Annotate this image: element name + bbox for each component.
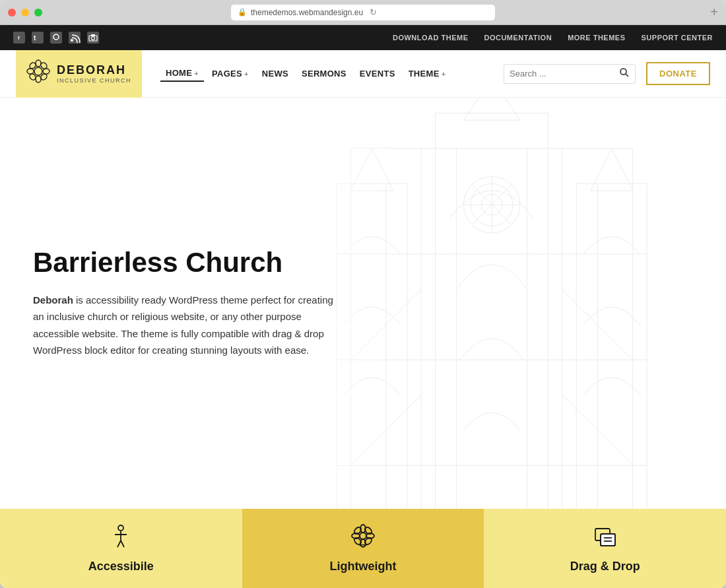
url-text: themedemos.webmandesign.eu xyxy=(251,8,363,17)
search-icon[interactable] xyxy=(619,67,630,81)
maximize-button[interactable] xyxy=(34,9,42,16)
nav-home-plus: + xyxy=(194,69,199,77)
site-header: DEBORAH INCLUSIVE CHURCH HOME + PAGES + … xyxy=(0,50,726,98)
social-icons-group: f t xyxy=(13,32,99,44)
svg-point-13 xyxy=(36,60,41,67)
mac-traffic-lights xyxy=(8,9,42,16)
nav-pages[interactable]: PAGES + xyxy=(207,66,254,81)
svg-point-16 xyxy=(43,69,50,74)
svg-rect-11 xyxy=(91,34,95,36)
ssl-lock-icon: 🔒 xyxy=(238,8,247,16)
search-area[interactable] xyxy=(504,64,636,84)
nav-pages-plus: + xyxy=(244,70,249,78)
hero-description: Deborah is accessibility ready WordPress… xyxy=(33,292,337,359)
nav-sermons[interactable]: SERMONS xyxy=(296,66,352,81)
address-bar[interactable]: 🔒 themedemos.webmandesign.eu ↻ xyxy=(231,5,495,20)
hero-section: Barrierless Church Deborah is accessibil… xyxy=(0,98,726,588)
mac-titlebar: 🔒 themedemos.webmandesign.eu ↻ + xyxy=(0,0,726,25)
nav-theme[interactable]: THEME + xyxy=(403,66,451,81)
close-button[interactable] xyxy=(8,9,16,16)
rss-icon[interactable] xyxy=(69,32,81,44)
accessibility-icon xyxy=(108,523,133,553)
logo-name: DEBORAH xyxy=(57,63,131,77)
svg-point-15 xyxy=(27,69,34,74)
svg-rect-61 xyxy=(601,534,615,546)
logo-area[interactable]: DEBORAH INCLUSIVE CHURCH xyxy=(16,50,142,98)
svg-rect-4 xyxy=(50,32,62,44)
svg-marker-29 xyxy=(590,148,632,191)
donate-button[interactable]: DONATE xyxy=(646,62,710,85)
svg-rect-26 xyxy=(576,183,647,509)
main-navigation: HOME + PAGES + NEWS SERMONS EVENTS THEME xyxy=(142,65,504,82)
admin-navigation: DOWNLOAD THEME DOCUMENTATION MORE THEMES… xyxy=(393,34,713,42)
hero-content: Barrierless Church Deborah is accessibil… xyxy=(0,221,370,385)
hero-title: Barrierless Church xyxy=(33,247,337,278)
svg-point-51 xyxy=(360,533,366,539)
flower-icon xyxy=(350,523,376,553)
new-tab-button[interactable]: + xyxy=(710,5,718,20)
feature-drag-drop: Drag & Drop xyxy=(484,509,726,588)
feature-accessible: Accessibile xyxy=(0,509,242,588)
hero-brand-name: Deborah xyxy=(33,294,73,306)
documentation-link[interactable]: DOCUMENTATION xyxy=(484,34,552,42)
browser-content: f t DOWNLOAD THEME DOCUMENTATION MORE xyxy=(0,25,726,588)
admin-bar: f t DOWNLOAD THEME DOCUMENTATION MORE xyxy=(0,25,726,50)
nav-events[interactable]: EVENTS xyxy=(354,66,401,81)
nav-theme-plus: + xyxy=(442,70,446,78)
svg-point-14 xyxy=(36,76,41,82)
svg-text:f: f xyxy=(18,35,20,41)
features-bar: Accessibile xyxy=(0,509,726,588)
refresh-icon[interactable]: ↻ xyxy=(370,7,377,17)
svg-point-7 xyxy=(71,39,73,42)
nav-home[interactable]: HOME + xyxy=(160,65,204,82)
feature-lightweight: Lightweight xyxy=(242,509,484,588)
svg-marker-27 xyxy=(463,98,519,120)
more-themes-link[interactable]: MORE THEMES xyxy=(568,34,625,42)
svg-point-12 xyxy=(34,67,42,75)
logo-icon xyxy=(26,59,50,88)
camera-icon[interactable] xyxy=(87,32,99,44)
logo-subtitle: INCLUSIVE CHURCH xyxy=(57,77,131,84)
logo-text: DEBORAH INCLUSIVE CHURCH xyxy=(57,63,131,84)
github-icon[interactable] xyxy=(50,32,62,44)
feature-drag-drop-label: Drag & Drop xyxy=(570,560,640,573)
drag-drop-icon xyxy=(593,523,618,553)
search-input[interactable] xyxy=(510,69,615,79)
nav-news[interactable]: NEWS xyxy=(257,66,294,81)
facebook-icon[interactable]: f xyxy=(13,32,25,44)
hero-description-text: is accessibility ready WordPress theme p… xyxy=(33,294,333,356)
svg-point-21 xyxy=(620,69,626,75)
feature-accessible-label: Accessibile xyxy=(88,560,154,573)
mac-window: 🔒 themedemos.webmandesign.eu ↻ + f t xyxy=(0,0,726,588)
svg-point-50 xyxy=(118,525,123,531)
feature-lightweight-label: Lightweight xyxy=(330,560,397,573)
hero-inner: Barrierless Church Deborah is accessibil… xyxy=(0,98,726,509)
svg-line-22 xyxy=(626,74,628,77)
svg-rect-24 xyxy=(435,113,548,509)
twitter-icon[interactable]: t xyxy=(32,32,44,44)
minimize-button[interactable] xyxy=(21,9,29,16)
download-theme-link[interactable]: DOWNLOAD THEME xyxy=(393,34,469,42)
support-center-link[interactable]: SUPPORT CENTER xyxy=(642,34,713,42)
